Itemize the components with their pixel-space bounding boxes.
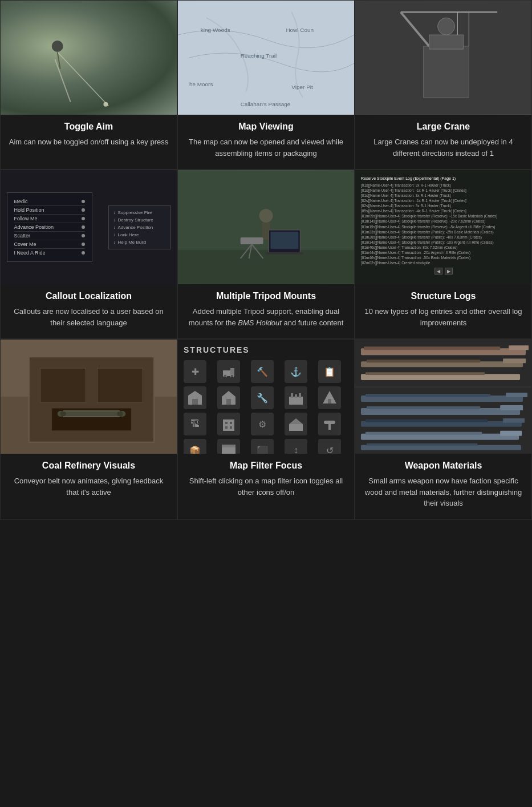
svg-point-21 bbox=[259, 209, 273, 223]
card-callout-content: Callout Localization Callouts are now lo… bbox=[1, 284, 177, 338]
svg-rect-62 bbox=[324, 421, 335, 424]
svg-rect-54 bbox=[328, 399, 331, 404]
svg-rect-58 bbox=[225, 426, 228, 429]
toggle-aim-title: Toggle Aim bbox=[9, 122, 169, 132]
filter-icon-clipboard[interactable]: 📋 bbox=[318, 360, 341, 383]
svg-point-37 bbox=[60, 411, 66, 417]
svg-point-2 bbox=[103, 102, 108, 107]
filter-icon-house[interactable] bbox=[217, 386, 240, 409]
map-filter-focus-title: Map Filter Focus bbox=[186, 461, 346, 471]
svg-rect-81 bbox=[500, 405, 523, 410]
svg-rect-36 bbox=[58, 411, 126, 417]
log-next-btn[interactable]: ▶ bbox=[445, 268, 453, 275]
callout-item-cover: Cover Me bbox=[14, 240, 85, 249]
log-entry-13: [01m40s][Name-User-4] Transaction: 80x 7… bbox=[361, 245, 526, 250]
svg-rect-86 bbox=[366, 432, 482, 435]
svg-rect-12 bbox=[424, 46, 469, 98]
map-filter-focus-desc: Shift-left clicking on a map filter icon… bbox=[186, 475, 346, 498]
log-entry-14: [01m44s][Name-User-4] Transaction: -20x … bbox=[361, 250, 526, 255]
svg-rect-17 bbox=[429, 35, 464, 49]
svg-text:he Moors: he Moors bbox=[189, 81, 213, 87]
log-prev-btn[interactable]: ◀ bbox=[434, 268, 442, 275]
card-map-viewing: king Woods Howl Coun Reaching Trail he M… bbox=[177, 0, 355, 170]
card-map-filter-content: Map Filter Focus Shift-left clicking on … bbox=[178, 454, 354, 519]
filter-icon-anchor[interactable]: ⚓ bbox=[285, 360, 307, 383]
filter-icon-plus[interactable]: ✚ bbox=[184, 360, 206, 383]
map-viewing-desc: The map can now be opened and viewed whi… bbox=[186, 136, 346, 159]
callout-sub-advance2: ↓Advance Position bbox=[113, 224, 166, 231]
map-filter-title: STRUCTURES bbox=[184, 345, 348, 354]
filter-icon-tent[interactable] bbox=[318, 386, 341, 409]
card-structure-logs: Reserve Stockpile Event Log (Experimenta… bbox=[355, 170, 532, 339]
feature-grid: Toggle Aim Aim can now be toggled on/off… bbox=[0, 0, 532, 520]
coal-desc: Conveyor belt now animates, giving feedb… bbox=[9, 475, 169, 498]
structure-logs-title: Structure Logs bbox=[363, 291, 523, 301]
large-crane-title: Large Crane bbox=[363, 122, 523, 132]
card-map-filter: STRUCTURES ✚ 🔨 ⚓ 📋 bbox=[177, 339, 355, 520]
log-header: Reserve Stockpile Event Log (Experimenta… bbox=[361, 176, 526, 181]
card-coal-image bbox=[1, 340, 177, 454]
filter-icon-square[interactable]: ⬛ bbox=[251, 439, 274, 454]
svg-point-38 bbox=[117, 411, 123, 417]
svg-rect-84 bbox=[503, 418, 525, 423]
filter-icon-building[interactable] bbox=[217, 413, 240, 435]
card-large-crane: Large Crane Large Cranes can now be unde… bbox=[355, 0, 532, 170]
callout-item-ride: I Need A Ride bbox=[14, 249, 85, 257]
filter-icon-barn[interactable] bbox=[184, 386, 206, 409]
filter-icon-storage[interactable] bbox=[217, 439, 240, 454]
callout-item-follow: Follow Me bbox=[14, 215, 85, 223]
filter-icon-rotate[interactable]: ↺ bbox=[318, 439, 341, 454]
map-viewing-title: Map Viewing bbox=[186, 122, 346, 132]
svg-point-0 bbox=[52, 41, 63, 52]
filter-icon-factory2[interactable] bbox=[285, 413, 307, 435]
svg-marker-61 bbox=[289, 418, 303, 424]
card-large-crane-image bbox=[355, 1, 531, 115]
svg-point-18 bbox=[438, 18, 455, 35]
log-entry-16: [02m02s][Name-User-4] Created stockpile. bbox=[361, 260, 526, 265]
svg-rect-65 bbox=[222, 445, 235, 447]
filter-icon-crane[interactable]: 🏗 bbox=[184, 413, 206, 435]
card-tripod-image bbox=[178, 170, 354, 284]
filter-icon-pipe[interactable] bbox=[318, 413, 341, 435]
toggle-aim-desc: Aim can now be toggled on/off using a ke… bbox=[9, 136, 169, 148]
svg-rect-50 bbox=[291, 393, 293, 398]
svg-rect-83 bbox=[366, 419, 488, 422]
callout-item-advance: Advance Position bbox=[14, 223, 85, 232]
filter-icon-arrows[interactable]: ↕ bbox=[285, 439, 307, 454]
filter-icon-hammer[interactable]: 🔨 bbox=[251, 360, 274, 383]
svg-rect-60 bbox=[289, 424, 303, 431]
svg-rect-48 bbox=[226, 399, 231, 405]
log-entry-1: [01s][Name-User-4] Transaction: 3x R-1 H… bbox=[361, 183, 526, 188]
svg-rect-57 bbox=[230, 422, 232, 424]
card-map-filter-image: STRUCTURES ✚ 🔨 ⚓ 📋 bbox=[178, 340, 354, 454]
filter-icon-wrench[interactable]: 🔧 bbox=[251, 386, 274, 409]
filter-icon-box[interactable]: 📦 bbox=[184, 439, 206, 454]
log-container: Reserve Stockpile Event Log (Experimenta… bbox=[359, 173, 528, 281]
svg-rect-34 bbox=[97, 368, 143, 402]
svg-rect-89 bbox=[367, 443, 477, 446]
log-entry-15: [01m46s][Name-User-4] Transaction: -50x … bbox=[361, 255, 526, 260]
filter-icon-factory[interactable] bbox=[285, 386, 307, 409]
card-map-viewing-content: Map Viewing The map can now be opened an… bbox=[178, 115, 354, 169]
log-entry-4: [02s][Name-User-4] Transaction: -1x R-1 … bbox=[361, 198, 526, 203]
svg-rect-29 bbox=[266, 252, 303, 255]
callout-sub-build: ↓Help Me Build bbox=[113, 239, 166, 246]
log-entry-8: [01m14s][Name-User-4] Stockpile transfer… bbox=[361, 219, 526, 224]
card-toggle-aim-content: Toggle Aim Aim can now be toggled on/off… bbox=[1, 115, 177, 169]
svg-text:Howl Coun: Howl Coun bbox=[286, 27, 314, 33]
log-entry-11: [01m28s][Name-User-4] Stockpile transfer… bbox=[361, 235, 526, 240]
card-callout-image: Medic Hold Position Follow Me Advance Po… bbox=[1, 170, 177, 284]
svg-rect-49 bbox=[289, 397, 303, 405]
svg-rect-28 bbox=[270, 232, 298, 249]
callout-desc: Callouts are now localised to a user bas… bbox=[9, 306, 169, 328]
svg-rect-59 bbox=[230, 426, 232, 429]
callout-item-medic: Medic bbox=[14, 197, 85, 206]
filter-icon-truck[interactable] bbox=[217, 360, 240, 383]
filter-icon-gear[interactable]: ⚙ bbox=[251, 413, 274, 435]
svg-rect-87 bbox=[500, 431, 522, 436]
card-toggle-aim: Toggle Aim Aim can now be toggled on/off… bbox=[0, 0, 177, 170]
callout-menu: Medic Hold Position Follow Me Advance Po… bbox=[7, 192, 92, 262]
tripod-desc: Added multiple Tripod support, enabling … bbox=[186, 306, 346, 328]
card-weapon-content: Weapon Materials Small arms weapon now h… bbox=[355, 454, 531, 519]
svg-rect-52 bbox=[299, 393, 301, 398]
